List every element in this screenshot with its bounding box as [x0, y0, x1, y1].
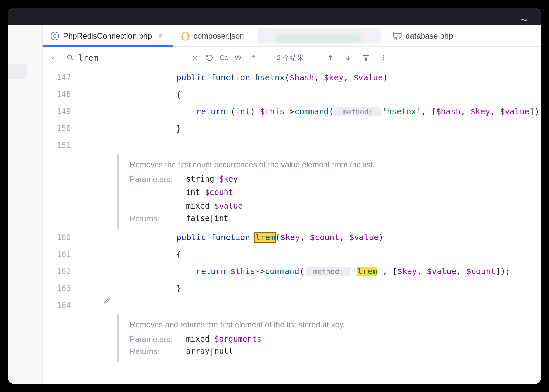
code-line[interactable]: 164: [43, 297, 541, 314]
code-editor[interactable]: 147 public function hsetnx($hash, $key, …: [43, 69, 541, 384]
params-label: Parameters:: [130, 333, 181, 345]
fold-gutter[interactable]: [79, 229, 94, 246]
code-line[interactable]: 161 {: [43, 246, 541, 263]
hint-gutter: [94, 263, 117, 280]
edit-hint-icon[interactable]: [104, 297, 111, 305]
inlay-hint: method:: [335, 107, 380, 116]
code-line[interactable]: 149 return (int) $this->command( method:…: [43, 103, 541, 120]
code-line[interactable]: 160 public function lrem($key, $count, $…: [43, 229, 541, 246]
code-content[interactable]: {: [117, 250, 541, 259]
json-icon: {}: [181, 32, 190, 40]
docblock-description: Removes and returns the first element of…: [130, 318, 541, 331]
fold-gutter[interactable]: [79, 263, 94, 280]
line-number: 149: [43, 107, 79, 116]
hint-gutter: [94, 137, 117, 154]
find-input-group: Cc W .*: [62, 47, 265, 69]
line-number: 164: [43, 301, 79, 310]
docblock: Removes the first count occurrences of t…: [117, 154, 541, 229]
fold-gutter[interactable]: [79, 297, 94, 314]
tool-window-stripe: [8, 25, 43, 384]
returns-label: Returns:: [130, 212, 181, 224]
line-number: 150: [43, 124, 79, 133]
more-options-icon[interactable]: [376, 51, 391, 65]
code-content[interactable]: public function lrem($key, $count, $valu…: [117, 233, 541, 242]
docblock: Removes and returns the first element of…: [117, 314, 541, 362]
fold-gutter[interactable]: [79, 103, 94, 120]
search-input[interactable]: [78, 53, 188, 63]
next-match-button[interactable]: [341, 51, 356, 65]
filter-icon[interactable]: [359, 51, 373, 65]
tool-window-button[interactable]: [8, 64, 27, 79]
tab-phpredisconnection-php[interactable]: CPhpRedisConnection.php✕: [43, 25, 173, 46]
titlebar-decor: 〜: [521, 15, 528, 25]
svg-point-2: [67, 55, 72, 59]
line-number: 161: [43, 250, 79, 259]
returns-value: false|int: [186, 212, 228, 224]
hint-gutter: [94, 229, 117, 246]
svg-line-3: [71, 59, 73, 60]
hint-gutter: [94, 103, 117, 120]
fold-gutter[interactable]: [79, 280, 94, 297]
hint-gutter: [94, 120, 117, 137]
params-list: mixed $arguments: [186, 333, 261, 345]
code-line[interactable]: 147 public function hsetnx($hash, $key, …: [43, 69, 541, 86]
fold-gutter[interactable]: [79, 69, 94, 86]
php-file-icon: PHP: [393, 32, 402, 40]
regex-button[interactable]: .*: [245, 51, 259, 65]
tab-label: PhpRedisConnection.php: [63, 31, 152, 41]
app-window: 〜 CPhpRedisConnection.php✕{}composer.jso…: [8, 8, 541, 384]
fold-gutter[interactable]: [79, 120, 94, 137]
code-line[interactable]: 163 }: [43, 280, 541, 297]
docblock-description: Removes the first count occurrences of t…: [130, 158, 541, 171]
line-number: 162: [43, 267, 79, 276]
results-count-box: 2 个结果: [265, 47, 316, 69]
tab-composer-json[interactable]: {}composer.json: [173, 25, 252, 46]
prev-match-button[interactable]: [324, 51, 338, 65]
search-history-icon[interactable]: [202, 51, 217, 65]
results-count-text: 2 个结果: [277, 53, 304, 63]
tab-label: database.php: [406, 31, 453, 41]
svg-marker-8: [363, 55, 369, 61]
titlebar: 〜: [8, 8, 541, 25]
fold-gutter[interactable]: [79, 86, 94, 103]
svg-point-11: [383, 59, 385, 60]
code-line[interactable]: 151: [43, 137, 541, 154]
returns-value: array|null: [186, 345, 233, 357]
code-content[interactable]: }: [117, 124, 541, 133]
hint-gutter: [94, 280, 117, 297]
hint-gutter: [94, 69, 117, 86]
editor-area: CPhpRedisConnection.php✕{}composer.jsonP…: [43, 25, 541, 384]
params-list: string $keyint $countmixed $value: [186, 173, 242, 212]
find-bar: Cc W .* 2 个结果: [43, 47, 541, 69]
code-line[interactable]: 150 }: [43, 120, 541, 137]
line-number: 151: [43, 141, 79, 150]
hint-gutter: [94, 297, 117, 314]
whole-word-button[interactable]: W: [231, 51, 245, 65]
find-expand-icon[interactable]: [43, 55, 62, 61]
php-class-icon: C: [51, 32, 59, 40]
match-case-button[interactable]: Cc: [217, 51, 231, 65]
line-number: 147: [43, 73, 79, 82]
search-highlight: lrem: [357, 267, 377, 276]
code-content[interactable]: public function hsetnx($hash, $key, $val…: [117, 73, 541, 82]
line-number: 160: [43, 233, 79, 242]
params-label: Parameters:: [130, 173, 181, 212]
code-content[interactable]: }: [117, 284, 541, 293]
close-tab-icon[interactable]: ✕: [156, 32, 165, 40]
code-content[interactable]: return (int) $this->command( method: 'hs…: [117, 107, 541, 116]
fold-gutter[interactable]: [79, 137, 94, 154]
tab-database-php[interactable]: PHPdatabase.php: [385, 25, 461, 46]
fold-gutter[interactable]: [79, 246, 94, 263]
clear-search-icon[interactable]: [188, 51, 203, 65]
tab-redacted[interactable]: [257, 28, 381, 43]
code-content[interactable]: {: [117, 90, 541, 99]
search-highlight: lrem: [255, 233, 275, 242]
tab-strip: CPhpRedisConnection.php✕{}composer.jsonP…: [43, 25, 541, 47]
returns-label: Returns:: [130, 345, 181, 357]
svg-point-10: [383, 57, 385, 58]
code-line[interactable]: 148 {: [43, 86, 541, 103]
code-content[interactable]: return $this->command( method: 'lrem', […: [117, 267, 541, 276]
code-line[interactable]: 162 return $this->command( method: 'lrem…: [43, 263, 541, 280]
hint-gutter: [94, 86, 117, 103]
main-row: CPhpRedisConnection.php✕{}composer.jsonP…: [8, 25, 541, 384]
